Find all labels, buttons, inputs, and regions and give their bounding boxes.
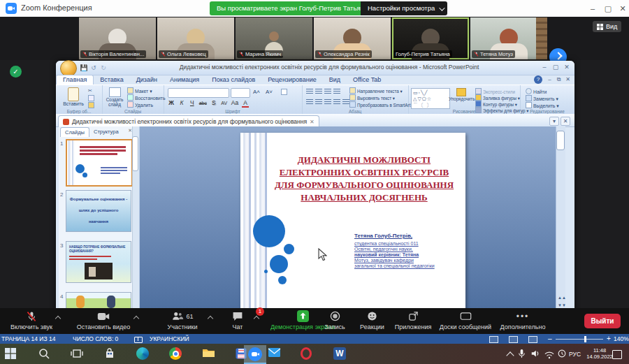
zoom-percent[interactable]: 140% (614, 334, 629, 344)
previous-slide-button[interactable]: ▲▲ (558, 295, 565, 301)
tab-close-icon[interactable]: ✕ (310, 119, 314, 125)
columns-button[interactable] (342, 99, 349, 105)
delete-button[interactable]: Удалить (127, 101, 153, 108)
find-button[interactable]: Найти (526, 88, 547, 94)
shadow-button[interactable]: S (210, 99, 217, 106)
indent-increase-button[interactable] (333, 89, 340, 94)
redo-icon[interactable]: ↻ (99, 64, 108, 72)
tab-home[interactable]: Главная (56, 75, 94, 85)
language-indicator[interactable]: УКРАИНСКИЙ (150, 334, 189, 344)
zoom-slider-track[interactable] (556, 339, 603, 340)
shape-outline-button[interactable]: Контур фигуры ▾ (475, 101, 517, 107)
text-direction-button[interactable]: Направление текста ▾ (349, 87, 403, 94)
edge-icon[interactable] (136, 347, 150, 361)
chat-button[interactable]: 1 Чат (217, 310, 259, 330)
slide-thumbnail-3[interactable]: НАВІЩО ПОТРІБНЕ ФОРМУВАЛЬНЕ ОЦІНЮВАННЯ? (66, 241, 131, 283)
opera-icon[interactable] (301, 347, 314, 361)
tab-view[interactable]: Вид (323, 75, 347, 85)
action-center-icon[interactable] (612, 350, 622, 359)
arrange-button[interactable]: Упорядочить (449, 88, 474, 101)
new-slide-button[interactable]: Создать слайд (103, 87, 126, 107)
slide-thumbnail-2[interactable]: Формувальне оцінювання - шлях до успішно… (66, 190, 131, 232)
participant-video-1[interactable]: Вікторія Валентинівн... (79, 17, 156, 59)
tabbar-close-button[interactable]: ✕ (561, 117, 570, 126)
record-button[interactable]: Запись (314, 310, 355, 330)
tab-office-tab[interactable]: Office Tab (347, 75, 387, 85)
indent-decrease-button[interactable] (324, 89, 331, 94)
file-explorer-icon[interactable] (202, 347, 216, 361)
whiteboards-button[interactable]: Доски сообщений (435, 310, 496, 330)
zoom-slider-thumb[interactable] (584, 336, 586, 342)
view-read-mode-icon[interactable] (509, 336, 518, 343)
participant-video-4[interactable]: Олександра Резнік (314, 17, 391, 59)
shape-fill-button[interactable]: Заливка фигуры ▾ (475, 94, 520, 101)
font-color-button[interactable]: А (242, 99, 249, 108)
stop-video-button[interactable]: Остановить видео (64, 310, 143, 330)
tab-insert[interactable]: Вставка (94, 75, 129, 85)
doc-close-button[interactable]: ✕ (563, 75, 572, 84)
font-name-select[interactable] (168, 88, 229, 98)
zoom-taskbar-active[interactable] (244, 345, 266, 364)
tab-slideshow[interactable]: Показ слайдов (205, 75, 261, 85)
pane-scroll-thumb[interactable] (132, 136, 138, 171)
quick-styles-button[interactable]: Экспресс-стили (475, 88, 515, 94)
tray-clock[interactable]: 11:48 14.09.2022 (584, 347, 615, 360)
doc-minimize-button[interactable]: – (545, 75, 554, 84)
participants-caret[interactable] (208, 315, 212, 319)
change-case-button[interactable]: Аа (231, 99, 239, 106)
tab-design[interactable]: Дизайн (130, 75, 164, 85)
select-button[interactable]: Выделить ▾ (526, 102, 559, 109)
page-indicator[interactable]: ТРАНИЦА 14 ИЗ 14 (1, 334, 55, 344)
layout-button[interactable]: Макет ▾ (127, 87, 152, 94)
tray-network-icon[interactable] (544, 349, 558, 363)
task-view-icon[interactable] (71, 347, 85, 361)
tray-mic-icon[interactable] (517, 349, 531, 363)
reactions-button[interactable]: Реакции (353, 310, 391, 330)
undo-icon[interactable]: ↺ (89, 64, 98, 72)
participant-video-5-presenter[interactable]: Голуб-Петрив Татьяна (392, 17, 469, 59)
apps-button[interactable]: Приложения (390, 310, 436, 330)
mute-options-caret[interactable] (56, 315, 60, 319)
tray-language[interactable]: РУС (569, 351, 581, 358)
zoom-out-button[interactable]: – (548, 334, 552, 344)
tray-expand-caret[interactable] (506, 351, 514, 359)
view-print-layout-icon[interactable] (489, 336, 498, 343)
bold-button[interactable]: Ж (168, 99, 175, 106)
minimize-button[interactable]: – (587, 3, 598, 14)
slide-thumbnail-1[interactable] (66, 139, 133, 187)
participant-video-6[interactable]: Тетяна Мотуз (470, 17, 547, 59)
proofing-icon[interactable] (134, 337, 143, 343)
tab-animation[interactable]: Анимация (164, 75, 205, 85)
start-button[interactable] (4, 347, 18, 361)
cut-button[interactable]: ✂ (88, 88, 92, 94)
underline-button[interactable]: Ч (189, 99, 196, 106)
leave-button[interactable]: Выйти (584, 314, 621, 328)
word-icon[interactable]: W (333, 347, 347, 361)
mail-icon[interactable] (268, 347, 282, 361)
align-text-button[interactable]: Выровнять текст ▾ (349, 94, 395, 101)
ppt-restore-button[interactable]: ▢ (551, 63, 561, 72)
editor-scroll-thumb[interactable] (556, 131, 565, 150)
tab-review[interactable]: Рецензирование (261, 75, 323, 85)
editor-scrollbar[interactable]: ▲▲ ▼▼ (556, 126, 565, 310)
document-tab[interactable]: Дидактичні можливості електронних освіті… (58, 115, 319, 127)
chrome-icon[interactable] (169, 347, 183, 361)
strikethrough-button[interactable]: abc (199, 101, 207, 105)
tray-volume-icon[interactable] (530, 349, 544, 363)
character-spacing-button[interactable]: AV (221, 101, 228, 105)
help-icon[interactable]: ? (534, 75, 542, 84)
save-icon[interactable]: 💾 (80, 64, 88, 72)
view-layout-button[interactable]: Вид (593, 21, 621, 32)
participant-video-3[interactable]: Марина Якимч (236, 17, 312, 59)
maximize-button[interactable]: ▢ (602, 3, 614, 14)
align-center-button[interactable] (315, 99, 322, 105)
more-button[interactable]: ••• Дополнительно (496, 310, 549, 330)
view-web-layout-icon[interactable] (528, 336, 537, 343)
microsoft-store-icon[interactable] (103, 347, 117, 361)
chat-caret[interactable] (254, 315, 259, 319)
smartart-button[interactable]: Преобразовать в SmartArt ▾ (349, 101, 414, 108)
ppt-minimize-button[interactable]: – (540, 63, 549, 72)
view-settings-button[interactable]: Настройки просмотра (361, 1, 447, 15)
shrink-font-button[interactable]: A˅ (266, 89, 273, 95)
doc-restore-button[interactable]: ⧉ (554, 75, 563, 84)
